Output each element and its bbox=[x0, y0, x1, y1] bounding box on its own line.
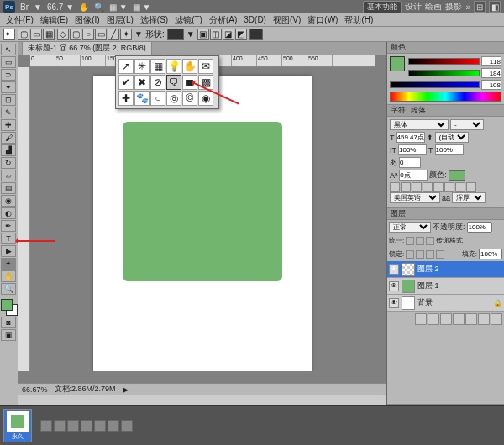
link-layers-icon[interactable] bbox=[415, 313, 427, 325]
document-tab[interactable]: 未标题-1 @ 66.7% (图层 2, RGB/8) bbox=[22, 41, 152, 55]
layer-fx-icon[interactable] bbox=[428, 313, 439, 325]
first-frame-icon[interactable] bbox=[40, 420, 52, 432]
italic-button[interactable] bbox=[401, 182, 411, 192]
font-style[interactable]: - bbox=[450, 119, 484, 130]
shape-hand-icon[interactable]: ✋ bbox=[182, 59, 197, 74]
lock-paint-icon[interactable] bbox=[416, 250, 424, 259]
dodge-tool[interactable]: ◐ bbox=[1, 207, 16, 219]
blur-tool[interactable]: ◉ bbox=[1, 195, 16, 207]
menu-layer[interactable]: 图层(L) bbox=[104, 14, 136, 26]
eraser-tool[interactable]: ▱ bbox=[1, 170, 16, 181]
delete-frame-icon[interactable] bbox=[121, 420, 133, 432]
opacity-value[interactable] bbox=[467, 222, 492, 233]
new-layer-icon[interactable] bbox=[478, 313, 490, 325]
antialias[interactable]: 浑厚 bbox=[452, 192, 486, 203]
shape-ring-icon[interactable]: ◎ bbox=[166, 91, 181, 106]
visibility-icon[interactable]: 👁 bbox=[389, 264, 399, 275]
shape-cross-icon[interactable]: ✖ bbox=[134, 75, 150, 90]
brush-tool[interactable]: 🖌 bbox=[1, 132, 16, 144]
shape-paw-icon[interactable]: 🐾 bbox=[134, 91, 150, 106]
fill-pixels-icon[interactable]: ▦ bbox=[43, 29, 55, 40]
ruler-vertical[interactable] bbox=[18, 67, 30, 371]
shape-layer-icon[interactable]: ▢ bbox=[18, 29, 29, 40]
group-icon[interactable] bbox=[465, 313, 477, 325]
layer-mask-icon[interactable] bbox=[440, 313, 452, 325]
layer-thumb[interactable] bbox=[402, 263, 415, 276]
shape-preview[interactable] bbox=[167, 29, 184, 40]
workspace-tab[interactable]: 摄影 bbox=[445, 1, 462, 13]
path-icon[interactable]: ▭ bbox=[30, 29, 42, 40]
smallcaps-button[interactable] bbox=[423, 182, 433, 192]
b-slider[interactable] bbox=[390, 81, 480, 88]
menu-view[interactable]: 视图(V) bbox=[270, 14, 303, 26]
lock-all-icon[interactable] bbox=[436, 250, 444, 259]
menu-edit[interactable]: 编辑(E) bbox=[38, 14, 71, 26]
caps-button[interactable] bbox=[412, 182, 422, 192]
menu-analysis[interactable]: 分析(A) bbox=[207, 14, 239, 26]
shape-circle-icon[interactable]: ○ bbox=[150, 91, 165, 106]
r-value[interactable] bbox=[481, 56, 501, 66]
hand-tool[interactable]: ✋ bbox=[1, 270, 16, 282]
combine-icon[interactable]: ◫ bbox=[210, 29, 222, 40]
style-swatch[interactable] bbox=[249, 29, 263, 40]
g-slider[interactable] bbox=[408, 70, 480, 76]
combine-icon[interactable]: ◪ bbox=[223, 29, 234, 40]
pen-tool[interactable]: ✒ bbox=[1, 220, 16, 232]
layers-tab[interactable]: 图层 bbox=[391, 208, 406, 219]
character-tab[interactable]: 字符 bbox=[391, 105, 406, 116]
green-rectangle-shape[interactable] bbox=[123, 122, 282, 281]
custom-shape-tool[interactable]: ✦ bbox=[1, 258, 16, 270]
view-hand-icon[interactable]: ✋ bbox=[79, 3, 89, 12]
visibility-icon[interactable]: 👁 bbox=[389, 281, 399, 291]
quickmask-icon[interactable]: ◙ bbox=[1, 317, 16, 328]
zoom-tool[interactable]: 🔍 bbox=[1, 283, 16, 295]
canvas[interactable] bbox=[93, 76, 312, 371]
search-icon[interactable]: ⊞ bbox=[474, 1, 486, 13]
lock-move-icon[interactable] bbox=[426, 250, 434, 259]
shape-copyright-icon[interactable]: © bbox=[182, 91, 197, 106]
fill-value[interactable] bbox=[479, 249, 502, 259]
menu-window[interactable]: 窗口(W) bbox=[305, 14, 340, 26]
g-value[interactable] bbox=[481, 68, 501, 78]
layer-thumb[interactable] bbox=[402, 296, 415, 310]
combine-icon[interactable]: ▣ bbox=[197, 29, 209, 40]
shape-icon[interactable]: ◇ bbox=[57, 29, 69, 40]
shape-dropdown[interactable]: ▼ bbox=[186, 29, 195, 39]
color-tab[interactable]: 颜色 bbox=[391, 42, 406, 53]
history-brush-tool[interactable]: ↻ bbox=[1, 157, 16, 169]
unify-icon[interactable] bbox=[416, 237, 424, 245]
shape-envelope-icon[interactable]: ✉ bbox=[198, 59, 213, 74]
r-slider[interactable] bbox=[408, 58, 480, 65]
visibility-icon[interactable]: 👁 bbox=[389, 298, 399, 308]
shape-target-icon[interactable]: ◉ bbox=[198, 91, 213, 106]
vscale[interactable] bbox=[398, 144, 427, 155]
wand-tool[interactable]: ✦ bbox=[1, 81, 16, 93]
path-select-tool[interactable]: ▶ bbox=[1, 245, 16, 257]
spectrum-bar[interactable] bbox=[390, 92, 501, 102]
shape-plus-icon[interactable]: ✚ bbox=[118, 91, 134, 106]
shape-bulb-icon[interactable]: 💡 bbox=[166, 59, 181, 74]
super-button[interactable] bbox=[433, 182, 444, 192]
font-size[interactable] bbox=[396, 132, 425, 143]
tracking[interactable] bbox=[399, 157, 421, 168]
paragraph-tab[interactable]: 段落 bbox=[411, 105, 426, 116]
workspace-tab[interactable]: 设计 bbox=[405, 1, 422, 13]
hscale[interactable] bbox=[435, 144, 464, 155]
prev-frame-icon[interactable] bbox=[54, 420, 66, 432]
bridge-icon[interactable]: Br bbox=[20, 3, 29, 12]
tool-preset[interactable]: ✦ bbox=[3, 29, 15, 40]
menu-3d[interactable]: 3D(D) bbox=[241, 15, 269, 24]
text-color-swatch[interactable] bbox=[449, 170, 465, 181]
screenmode-icon[interactable]: ▣ bbox=[1, 329, 16, 341]
adjustment-layer-icon[interactable] bbox=[453, 313, 465, 325]
menu-file[interactable]: 文件(F) bbox=[3, 14, 36, 26]
combine-icon[interactable]: ◩ bbox=[235, 29, 247, 40]
layer-thumb[interactable] bbox=[402, 280, 415, 293]
zoom-level[interactable]: 66.67% bbox=[22, 385, 48, 394]
scrollbar-horizontal[interactable] bbox=[18, 395, 386, 405]
baseline-shift[interactable] bbox=[399, 170, 428, 181]
leading[interactable]: (自动) bbox=[435, 132, 469, 143]
menu-image[interactable]: 图像(I) bbox=[72, 14, 102, 26]
menu-help[interactable]: 帮助(H) bbox=[342, 14, 375, 26]
sub-button[interactable] bbox=[444, 182, 454, 192]
